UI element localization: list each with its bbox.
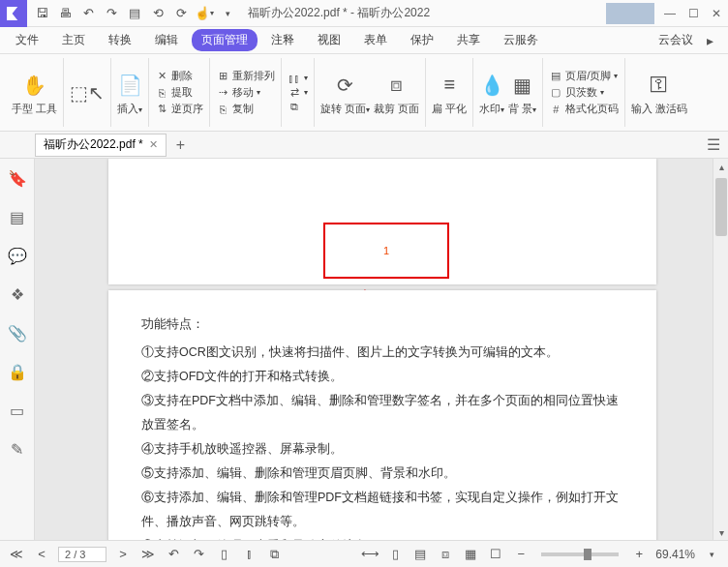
qat-undo2-icon[interactable]: ⟲	[147, 3, 168, 24]
scroll-down-icon[interactable]: ▾	[713, 524, 728, 540]
bates-icon: ▢	[549, 86, 562, 99]
close-tab-icon[interactable]: ✕	[149, 138, 158, 151]
back-button[interactable]: ↶	[165, 547, 182, 561]
activation-button[interactable]: ⚿输入 激活码	[631, 58, 687, 127]
qat-more-icon[interactable]: ▾	[217, 3, 238, 24]
continuous-icon[interactable]: ⫿	[240, 547, 258, 561]
doc-line: ③支持在PDF文档中添加、编辑、删除和管理数字签名，并在多个页面的相同位置快速放…	[141, 389, 623, 437]
cursor-icon: ⬚↖	[70, 77, 105, 108]
move-button[interactable]: ⇢移动▾	[216, 85, 275, 100]
select-button[interactable]: ⬚↖	[70, 58, 105, 127]
tab-share[interactable]: 共享	[447, 29, 490, 51]
extract-icon: ⎘	[155, 87, 168, 99]
layers-panel-icon[interactable]: ❖	[8, 284, 27, 304]
tabstrip-menu-icon[interactable]: ☰	[707, 135, 720, 154]
menu-overflow-icon[interactable]: ▸	[707, 33, 722, 48]
qat-open-icon[interactable]: ▤	[124, 3, 145, 24]
zoom-slider[interactable]	[541, 552, 619, 556]
extract-button[interactable]: ⎘提取	[155, 85, 203, 100]
tab-comment[interactable]: 注释	[261, 29, 304, 51]
tab-file[interactable]: 文件	[6, 29, 48, 51]
user-block[interactable]	[606, 3, 654, 24]
page-indicator[interactable]: 2 / 3	[58, 547, 106, 562]
doc-line: ⑤支持添加、编辑、删除和管理页眉页脚、背景和水印。	[141, 462, 623, 486]
qat-undo-icon[interactable]: ↶	[77, 3, 99, 24]
comments-panel-icon[interactable]: 💬	[8, 246, 27, 265]
minimize-button[interactable]: —	[658, 2, 682, 25]
attachments-panel-icon[interactable]: 📎	[8, 323, 27, 343]
tab-protect[interactable]: 保护	[401, 29, 443, 51]
zoom-slider-knob[interactable]	[584, 549, 592, 560]
prev-page-button[interactable]: <	[33, 547, 50, 561]
app-logo[interactable]	[0, 0, 27, 27]
rotate-button[interactable]: ⟳旋转 页面▾	[320, 58, 370, 127]
view-mode2-icon[interactable]: ▤	[411, 547, 429, 561]
tab-home[interactable]: 主页	[52, 29, 95, 51]
watermark-button[interactable]: 💧水印▾	[479, 58, 504, 127]
single-page-icon[interactable]: ▯	[215, 547, 232, 561]
first-page-button[interactable]: ≪	[8, 547, 25, 561]
forward-button[interactable]: ↷	[190, 547, 207, 561]
qat-redo2-icon[interactable]: ⟳	[170, 3, 192, 24]
tab-page-mgmt[interactable]: 页面管理	[192, 29, 258, 51]
view-mode1-icon[interactable]: ▯	[386, 547, 404, 561]
swap-button[interactable]: ⇄▾	[288, 86, 308, 99]
new-tab-button[interactable]: +	[176, 136, 185, 154]
vertical-scrollbar[interactable]: ▴ ▾	[713, 159, 728, 540]
doc-heading: 功能特点：	[141, 312, 623, 337]
tab-meeting[interactable]: 云会议	[649, 29, 703, 51]
maximize-button[interactable]: ☐	[682, 2, 705, 25]
tab-edit[interactable]: 编辑	[145, 29, 188, 51]
background-button[interactable]: ▦背 景▾	[508, 58, 536, 127]
bates-button[interactable]: ▢贝茨数▾	[549, 85, 619, 100]
insert-icon: 📄	[118, 70, 142, 101]
tab-convert[interactable]: 转换	[99, 29, 141, 51]
fit-width-icon[interactable]: ⟷	[361, 547, 379, 561]
qat-redo-icon[interactable]: ↷	[101, 3, 122, 24]
bookmark-panel-icon[interactable]: 🔖	[8, 168, 27, 188]
zoom-dropdown-icon[interactable]: ▾	[703, 550, 720, 559]
close-button[interactable]: ✕	[705, 2, 728, 25]
document-canvas[interactable]: 1 功能特点： ①支持OCR图文识别，快速将扫描件、图片上的文字转换为可编辑的文…	[35, 159, 713, 540]
view-mode3-icon[interactable]: ⧈	[437, 547, 454, 562]
split-icon: ⫿⫿	[288, 73, 301, 84]
merge-button[interactable]: ⧉	[288, 101, 308, 113]
last-page-button[interactable]: ≫	[139, 547, 157, 561]
header-footer-button[interactable]: ▤页眉/页脚▾	[549, 69, 619, 83]
crop-button[interactable]: ⧈裁剪 页面	[374, 58, 419, 127]
view-mode5-icon[interactable]: ☐	[487, 547, 504, 561]
qat-touch-icon[interactable]: ☝▾	[194, 3, 215, 24]
rearrange-icon: ⊞	[216, 70, 229, 82]
merge-icon: ⧉	[288, 101, 301, 113]
tab-view[interactable]: 视图	[308, 29, 350, 51]
zoom-level[interactable]: 69.41%	[655, 548, 695, 561]
rearrange-button[interactable]: ⊞重新排列	[216, 69, 275, 83]
format-pagenum-button[interactable]: #格式化页码	[549, 102, 619, 116]
flatten-icon: ≡	[443, 70, 455, 101]
copy-button[interactable]: ⎘复制	[216, 102, 275, 116]
signatures-panel-icon[interactable]: ✎	[8, 439, 27, 459]
tab-form[interactable]: 表单	[354, 29, 397, 51]
reverse-button[interactable]: ⇅逆页序	[155, 102, 203, 116]
pages-panel-icon[interactable]: ▤	[8, 207, 27, 226]
scroll-up-icon[interactable]: ▴	[713, 159, 728, 174]
qat-save-icon[interactable]: 🖫	[31, 3, 52, 24]
security-panel-icon[interactable]: 🔒	[8, 362, 27, 381]
split-button[interactable]: ⫿⫿▾	[288, 73, 308, 84]
page-2: 功能特点： ①支持OCR图文识别，快速将扫描件、图片上的文字转换为可编辑的文本。…	[108, 290, 656, 540]
hand-tool-button[interactable]: ✋手型 工具	[12, 58, 57, 127]
qat-print-icon[interactable]: 🖶	[54, 3, 76, 24]
two-page-icon[interactable]: ⧉	[265, 547, 283, 562]
zoom-out-button[interactable]: −	[512, 547, 530, 561]
view-mode4-icon[interactable]: ▦	[462, 547, 479, 561]
fields-panel-icon[interactable]: ▭	[8, 401, 27, 420]
delete-button[interactable]: ✕删除	[155, 69, 203, 83]
insert-button[interactable]: 📄插入▾	[117, 58, 142, 127]
zoom-in-button[interactable]: +	[630, 547, 648, 561]
document-tab[interactable]: 福昕办公2022.pdf * ✕	[35, 134, 167, 157]
flatten-button[interactable]: ≡扁 平化	[432, 58, 467, 127]
background-icon: ▦	[513, 70, 531, 101]
next-page-button[interactable]: >	[114, 547, 132, 561]
scroll-thumb[interactable]	[715, 178, 727, 236]
tab-cloud[interactable]: 云服务	[494, 29, 548, 51]
